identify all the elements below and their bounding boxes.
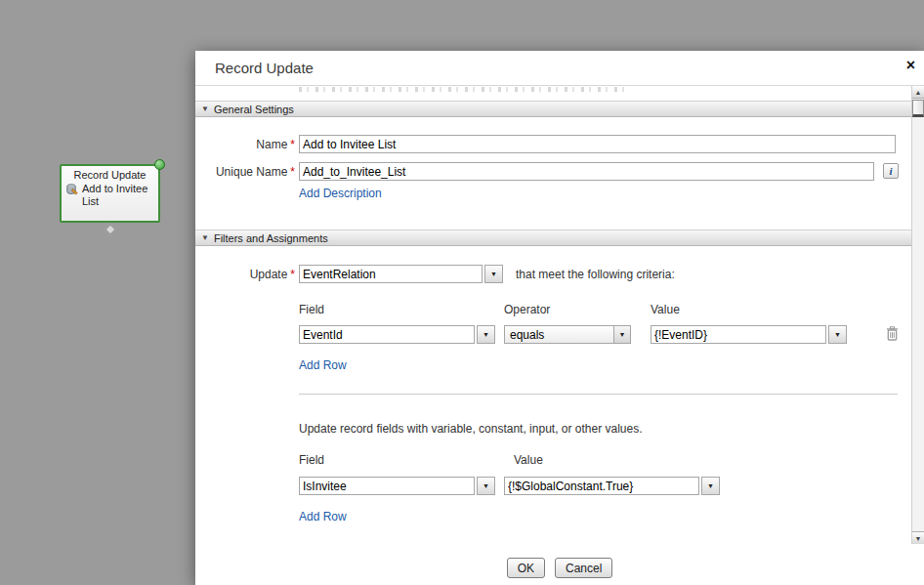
add-description-link[interactable]: Add Description	[299, 187, 382, 200]
vertical-scrollbar[interactable]: ▲ ▼	[911, 86, 924, 544]
node-label: Add to Invitee List	[82, 183, 156, 207]
chevron-down-icon[interactable]: ▼	[828, 325, 847, 344]
update-object-combo: ▼	[299, 265, 503, 283]
filter-value-input[interactable]	[651, 325, 826, 344]
assign-col-value: Value	[514, 453, 543, 467]
record-update-icon	[66, 183, 79, 200]
dialog-title: Record Update	[215, 60, 314, 76]
dialog-body: ▼ General Settings Name* Unique Name* i …	[195, 86, 924, 544]
update-label-text: Update	[250, 268, 288, 281]
ok-button[interactable]: OK	[507, 558, 545, 578]
section-general-settings[interactable]: ▼ General Settings	[195, 101, 911, 117]
filter-col-field: Field	[299, 303, 324, 316]
node-title: Record Update	[62, 169, 158, 181]
unique-name-input[interactable]	[299, 162, 874, 181]
section-divider	[299, 394, 898, 395]
scrollbar-thumb[interactable]	[912, 100, 924, 117]
section-general-label: General Settings	[214, 104, 294, 115]
cancel-button[interactable]: Cancel	[555, 558, 612, 578]
collapse-icon: ▼	[201, 104, 209, 113]
status-badge-icon	[154, 159, 165, 170]
dialog-scroll-content: ▼ General Settings Name* Unique Name* i …	[195, 86, 911, 544]
unique-name-label: Unique Name*	[195, 165, 295, 179]
clipped-scrolled-content	[299, 87, 627, 92]
scroll-up-icon[interactable]: ▲	[912, 86, 924, 99]
criteria-text: that meet the following criteria:	[516, 268, 675, 281]
record-update-dialog: Record Update × ▼ General Settings Name*…	[195, 51, 924, 585]
node-body: Add to Invitee List	[62, 181, 158, 207]
assignments-intro-text: Update record fields with variable, cons…	[299, 422, 643, 436]
assign-value-combo: ▼	[504, 477, 720, 495]
assign-field-combo: ▼	[299, 477, 495, 495]
unique-name-label-text: Unique Name	[216, 165, 287, 179]
section-filters-assignments[interactable]: ▼ Filters and Assignments	[195, 230, 911, 246]
collapse-icon: ▼	[201, 233, 209, 242]
dialog-header: Record Update ×	[195, 51, 924, 86]
filter-col-operator: Operator	[504, 303, 550, 316]
filter-operator-value: equals	[505, 326, 613, 343]
chevron-down-icon: ▼	[613, 326, 630, 343]
chevron-down-icon[interactable]: ▼	[477, 325, 495, 344]
connector-handle[interactable]	[105, 224, 115, 234]
dialog-footer: OK Cancel	[195, 544, 924, 585]
assign-value-input[interactable]	[504, 477, 699, 495]
assign-field-input[interactable]	[299, 477, 475, 495]
flow-canvas: Record Update Add to Invitee List Record…	[0, 0, 924, 585]
update-object-input[interactable]	[299, 265, 483, 283]
name-label-text: Name	[256, 138, 287, 151]
scroll-down-icon[interactable]: ▼	[912, 531, 924, 544]
chevron-down-icon[interactable]: ▼	[701, 477, 720, 495]
filter-operator-select[interactable]: equals ▼	[504, 325, 631, 344]
chevron-down-icon[interactable]: ▼	[477, 477, 495, 495]
name-label: Name*	[195, 138, 295, 151]
required-marker: *	[290, 165, 295, 179]
filter-field-combo: ▼	[299, 325, 495, 344]
close-icon[interactable]: ×	[906, 58, 915, 73]
update-label: Update*	[195, 268, 295, 281]
flow-node-record-update[interactable]: Record Update Add to Invitee List	[60, 164, 160, 223]
filter-col-value: Value	[651, 303, 680, 316]
section-filters-label: Filters and Assignments	[214, 232, 328, 244]
filter-field-input[interactable]	[299, 325, 475, 344]
add-filter-row-link[interactable]: Add Row	[299, 358, 347, 372]
filter-value-combo: ▼	[651, 325, 847, 344]
add-assignment-row-link[interactable]: Add Row	[299, 510, 347, 523]
delete-row-icon[interactable]	[886, 326, 899, 345]
required-marker: *	[290, 138, 295, 151]
required-marker: *	[290, 268, 295, 281]
name-input[interactable]	[299, 135, 896, 153]
assign-col-field: Field	[299, 453, 324, 467]
chevron-down-icon[interactable]: ▼	[484, 265, 503, 283]
info-icon[interactable]: i	[883, 163, 899, 179]
